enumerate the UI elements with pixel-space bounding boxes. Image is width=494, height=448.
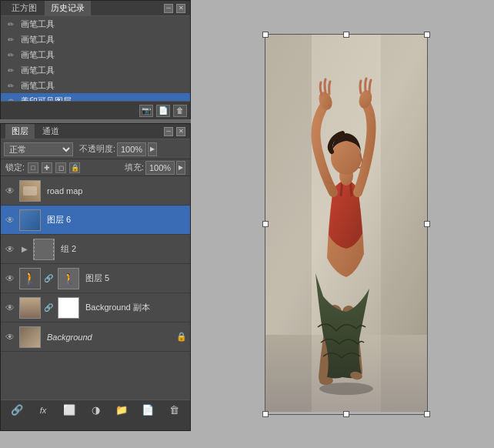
history-tabs: 正方图 历史记录 [5,1,91,15]
history-item[interactable]: ✏ 画笔工具 [1,32,190,47]
layer-mask-layer5: 🚶 [58,268,79,289]
history-item[interactable]: ✏ 画笔工具 [1,47,190,62]
layer-thumb-bg [19,326,41,348]
layers-titlebar: 图层 通道 ─ ✕ [1,124,190,139]
svg-rect-2 [265,35,312,412]
history-item[interactable]: ✏ 画笔工具 [1,16,190,32]
lock-move-icon[interactable]: ✚ [42,162,52,173]
pencil-icon: ✏ [5,65,16,75]
eye-icon-bgcopy[interactable]: 👁 [4,302,16,314]
layers-panel-controls: ─ ✕ [164,127,185,136]
merge-icon: ⊕ [5,95,16,101]
transform-handle-ml[interactable] [262,221,269,227]
transform-handle-tm[interactable] [343,32,349,38]
opacity-group: 不透明度: ▶ [79,142,157,156]
svg-point-6 [331,141,362,175]
fill-input[interactable] [145,161,175,175]
adjustment-btn[interactable]: ◑ [87,403,104,418]
history-item[interactable]: ✏ 画笔工具 [1,62,190,78]
layer-item-layer6[interactable]: 👁 图层 6 [1,206,190,235]
transform-handle-bl[interactable] [262,411,269,417]
layer-name-layer6: 图层 6 [44,214,187,226]
layer-link-icon[interactable]: 🔗 [44,272,53,285]
svg-rect-3 [381,35,427,412]
layer-mask-bgcopy [58,297,79,319]
history-new-btn[interactable]: 📄 [156,105,170,117]
new-layer-btn[interactable]: 📄 [139,403,156,418]
layers-options-row: 正常 不透明度: ▶ [1,139,190,159]
canvas-container [265,34,428,415]
dancer-image [265,35,427,412]
transform-handle-bm[interactable] [343,411,349,417]
lock-all-icon[interactable]: 🔒 [69,162,80,173]
eye-icon-group2[interactable]: 👁 [4,243,16,256]
fill-group: 填充: ▶ [125,161,185,175]
canvas-border [265,34,428,415]
eye-icon-bg[interactable]: 👁 [4,331,16,343]
history-snapshot-btn[interactable]: 📷 [139,105,153,117]
layer-thumb-group2 [33,239,55,260]
fill-label: 填充: [125,162,144,173]
history-panel: 正方图 历史记录 ─ ✕ ✏ 画笔工具 ✏ 画笔工具 ✏ 画笔工具 ✏ 画笔工具… [0,0,191,119]
pencil-icon: ✏ [5,34,16,45]
opacity-arrow[interactable]: ▶ [148,142,157,156]
layers-toolbar: 🔗 fx ⬜ ◑ 📁 📄 🗑 [1,400,190,420]
layer-item-roadmap[interactable]: 👁 road map [1,176,190,206]
new-group-btn[interactable]: 📁 [113,403,130,418]
fill-arrow[interactable]: ▶ [176,161,185,175]
panel-controls: ─ ✕ [164,4,185,13]
history-titlebar: 正方图 历史记录 ─ ✕ [1,1,190,16]
layer-name-bgcopy: Background 副本 [82,302,187,313]
eye-icon-layer6[interactable]: 👁 [4,214,16,226]
background-lock-icon: 🔒 [176,332,187,342]
layer-item-group2[interactable]: 👁 ▶ 组 2 [1,235,190,264]
layers-close[interactable]: ✕ [176,127,185,136]
fx-btn[interactable]: fx [35,403,52,418]
layers-panel: 图层 通道 ─ ✕ 正常 不透明度: ▶ 锁定: □ ✚ ◻ 🔒 填充: ▶ [0,123,191,431]
history-item-selected[interactable]: ⊕ 盖印可见图层 [1,93,190,101]
tab-layers[interactable]: 图层 [5,124,35,139]
tab-histogram[interactable]: 正方图 [5,1,43,15]
eye-icon-layer5[interactable]: 👁 [4,272,16,285]
lock-label: 锁定: [5,162,25,173]
transform-handle-mr[interactable] [424,221,430,227]
layer-thumb-bgcopy [19,297,41,319]
canvas-area [199,0,494,448]
history-toolbar: 📷 📄 🗑 [1,101,190,119]
add-mask-btn[interactable]: ⬜ [61,403,78,418]
layers-tabs: 图层 通道 [5,124,65,139]
layer-name-group2: 组 2 [58,243,187,255]
layer-name-roadmap: road map [44,186,187,196]
transform-handle-tr[interactable] [424,32,430,38]
history-delete-btn[interactable]: 🗑 [173,105,187,117]
tab-history[interactable]: 历史记录 [45,1,91,15]
eye-icon-roadmap[interactable]: 👁 [4,185,16,197]
layer-thumb-layer6 [19,209,41,231]
opacity-input[interactable] [117,142,146,156]
lock-fill-row: 锁定: □ ✚ ◻ 🔒 填充: ▶ [1,159,190,176]
layer-item-layer5[interactable]: 👁 🚶 🔗 🚶 图层 5 [1,264,190,293]
layers-minimize[interactable]: ─ [164,127,173,136]
lock-pixel-icon[interactable]: □ [28,162,38,173]
layers-list: 👁 road map 👁 图层 6 👁 ▶ 组 2 👁 [1,176,190,400]
pencil-icon: ✏ [5,49,16,60]
layer-item-bg[interactable]: 👁 Background 🔒 [1,323,190,352]
layer-thumb-layer5: 🚶 [19,268,41,289]
transform-handle-tl[interactable] [262,32,269,38]
delete-layer-btn[interactable]: 🗑 [165,403,182,418]
group-expand-icon[interactable]: ▶ [19,244,30,255]
layer-link-bgcopy-icon[interactable]: 🔗 [44,302,53,314]
lock-image-icon[interactable]: ◻ [55,162,66,173]
layer-item-bgcopy[interactable]: 👁 🔗 Background 副本 [1,293,190,323]
transform-handle-br[interactable] [424,411,430,417]
opacity-label: 不透明度: [79,143,115,155]
history-item[interactable]: ✏ 画笔工具 [1,78,190,93]
link-layers-btn[interactable]: 🔗 [8,403,25,418]
layer-thumb-roadmap [19,180,41,202]
panel-minimize[interactable]: ─ [164,4,173,13]
history-list: ✏ 画笔工具 ✏ 画笔工具 ✏ 画笔工具 ✏ 画笔工具 ✏ 画笔工具 ⊕ 盖印可… [1,16,190,101]
blend-mode-select[interactable]: 正常 [4,142,73,156]
layer-name-bg: Background [44,333,173,342]
panel-close[interactable]: ✕ [176,4,185,13]
tab-channels[interactable]: 通道 [36,124,65,139]
